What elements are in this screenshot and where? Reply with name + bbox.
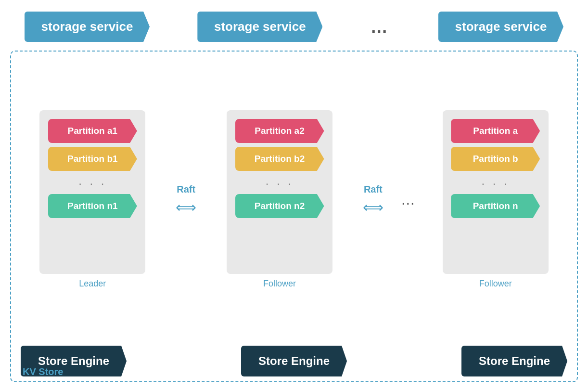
server-box-follower1: Partition a2 Partition b2 · · · Partitio… bbox=[227, 110, 332, 274]
mid-dots: … bbox=[395, 192, 423, 208]
raft-arrow-1: ⟺ bbox=[176, 199, 196, 216]
follower2-label: Follower bbox=[479, 279, 512, 289]
bottom-row: Store Engine Store Engine Store Engine bbox=[21, 346, 567, 376]
server-box-leader: Partition a1 Partition b1 · · · Partitio… bbox=[39, 110, 145, 274]
raft-label-1: Raft bbox=[177, 184, 195, 195]
storage-service-2: storage service bbox=[197, 12, 322, 42]
server-col-leader: Partition a1 Partition b1 · · · Partitio… bbox=[21, 110, 165, 289]
partition-n2: Partition n2 bbox=[235, 194, 324, 218]
follower1-label: Follower bbox=[263, 279, 296, 289]
storage-service-1: storage service bbox=[25, 12, 150, 42]
partition-dots-3: · · · bbox=[482, 177, 510, 190]
server-box-follower2: Partition a Partition b · · · Partition … bbox=[443, 110, 549, 274]
middle-section: Partition a1 Partition b1 · · · Partitio… bbox=[21, 61, 567, 338]
partition-n1: Partition n1 bbox=[48, 194, 137, 218]
storage-service-3: storage service bbox=[438, 12, 563, 42]
partition-b2: Partition b2 bbox=[235, 147, 324, 171]
partition-b: Partition b bbox=[451, 147, 540, 171]
raft-arrow-sym-2: ⟺ bbox=[363, 199, 383, 216]
top-row: storage service storage service … storag… bbox=[10, 12, 578, 42]
raft-label-2: Raft bbox=[364, 184, 383, 195]
top-dots: … bbox=[371, 17, 391, 37]
partition-n: Partition n bbox=[451, 194, 540, 218]
partition-b1: Partition b1 bbox=[48, 147, 137, 171]
partition-a2: Partition a2 bbox=[235, 119, 324, 143]
server-col-follower2: Partition a Partition b · · · Partition … bbox=[423, 110, 567, 289]
diagram: storage service storage service … storag… bbox=[10, 7, 578, 382]
store-engine-2: Store Engine bbox=[241, 346, 347, 376]
partition-dots-2: · · · bbox=[266, 177, 294, 190]
partition-a1: Partition a1 bbox=[48, 119, 137, 143]
main-area: Partition a1 Partition b1 · · · Partitio… bbox=[10, 51, 578, 382]
kv-store-label: KV Store bbox=[23, 366, 63, 377]
raft-connector-2: Raft ⟺ bbox=[351, 184, 395, 216]
raft-connector-1: Raft ⟺ bbox=[165, 184, 208, 216]
leader-label: Leader bbox=[79, 279, 106, 289]
partition-dots-1: · · · bbox=[78, 177, 106, 190]
server-col-follower1: Partition a2 Partition b2 · · · Partitio… bbox=[208, 110, 352, 289]
raft-arrow-2: ⟺ bbox=[363, 199, 383, 216]
store-engine-3: Store Engine bbox=[461, 346, 567, 376]
raft-arrow-sym-1: ⟺ bbox=[176, 199, 196, 216]
partition-a: Partition a bbox=[451, 119, 540, 143]
